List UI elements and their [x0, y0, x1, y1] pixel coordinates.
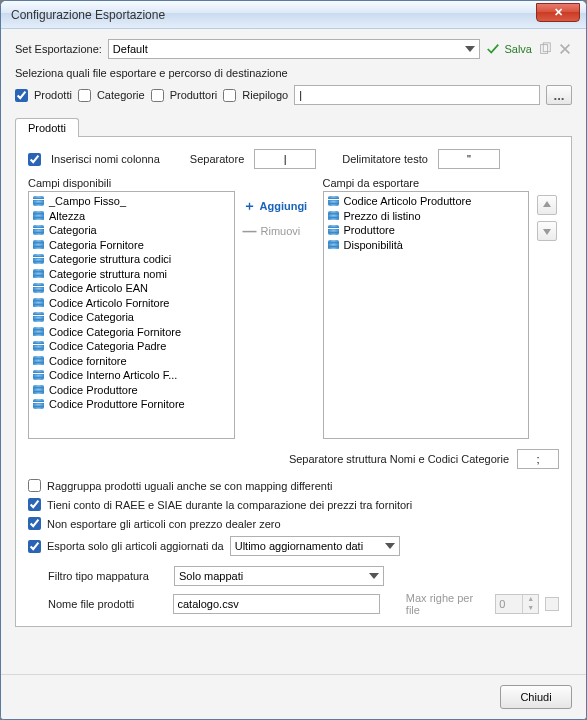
available-fields-label: Campi disponibili — [28, 177, 235, 189]
field-icon — [33, 269, 44, 279]
window-close-button[interactable]: ✕ — [536, 3, 580, 22]
separator-input[interactable] — [254, 149, 316, 169]
chk-insert-column-names[interactable] — [28, 153, 41, 166]
chk-no-dealer-zero[interactable] — [28, 517, 41, 530]
delete-set-button[interactable] — [558, 42, 572, 56]
list-item[interactable]: Codice Interno Articolo F... — [31, 368, 232, 383]
lbl-group-products: Raggruppa prodotti uguali anche se con m… — [47, 480, 332, 492]
close-button[interactable]: Chiudi — [500, 685, 572, 709]
text-delimiter-label: Delimitatore testo — [342, 153, 428, 165]
list-item[interactable]: Codice Categoria Padre — [31, 339, 232, 354]
list-item-label: Categorie struttura nomi — [49, 267, 167, 282]
lbl-prodotti: Prodotti — [34, 89, 72, 101]
chk-prodotti[interactable] — [15, 89, 28, 102]
separator-label: Separatore — [190, 153, 244, 165]
max-rows-enable-checkbox[interactable] — [545, 597, 559, 611]
field-icon — [33, 225, 44, 235]
tab-prodotti[interactable]: Prodotti — [15, 118, 79, 137]
field-icon — [33, 211, 44, 221]
list-item[interactable]: Categorie struttura nomi — [31, 267, 232, 282]
list-item[interactable]: Codice Categoria Fornitore — [31, 325, 232, 340]
file-selection-row: Prodotti Categorie Produttori Riepilogo … — [15, 85, 572, 105]
content-area: Set Esportazione: Default Salva Selezion… — [1, 29, 586, 674]
list-item-label: Categoria Fornitore — [49, 238, 144, 253]
tab-panel-prodotti: Inserisci nomi colonna Separatore Delimi… — [15, 136, 572, 627]
list-item-label: _Campo Fisso_ — [49, 194, 126, 209]
max-rows-spinner: ▲▼ — [495, 594, 539, 614]
field-icon — [328, 211, 339, 221]
list-item-label: Codice Articolo Produttore — [344, 194, 472, 209]
save-set-button[interactable]: Salva — [486, 42, 532, 56]
field-icon — [33, 341, 44, 351]
list-item-label: Altezza — [49, 209, 85, 224]
export-fields-label: Campi da esportare — [323, 177, 530, 189]
copy-set-button[interactable] — [538, 42, 552, 56]
chk-group-products[interactable] — [28, 479, 41, 492]
field-icon — [33, 356, 44, 366]
add-field-button[interactable]: ＋ Aggiungi — [243, 195, 315, 217]
chk-riepilogo[interactable] — [223, 89, 236, 102]
lbl-only-updated: Esporta solo gli articoli aggiornati da — [47, 540, 224, 552]
arrow-down-icon — [542, 226, 552, 236]
export-config-window: Configurazione Esportazione ✕ Set Esport… — [0, 0, 587, 720]
remove-label: Rimuovi — [261, 225, 301, 237]
field-icon — [328, 225, 339, 235]
chk-only-updated[interactable] — [28, 540, 41, 553]
list-item[interactable]: Codice Articolo EAN — [31, 281, 232, 296]
category-separator-input[interactable] — [517, 449, 559, 469]
list-item-label: Codice Interno Articolo F... — [49, 368, 177, 383]
map-filter-select[interactable]: Solo mappati — [174, 566, 384, 586]
field-icon — [33, 327, 44, 337]
destination-path-input[interactable] — [294, 85, 540, 105]
field-icon — [33, 370, 44, 380]
text-delimiter-input[interactable] — [438, 149, 500, 169]
arrow-up-icon — [542, 200, 552, 210]
list-item[interactable]: _Campo Fisso_ — [31, 194, 232, 209]
list-item[interactable]: Codice fornitore — [31, 354, 232, 369]
list-item-label: Categorie struttura codici — [49, 252, 171, 267]
list-item[interactable]: Prezzo di listino — [326, 209, 527, 224]
list-item-label: Prezzo di listino — [344, 209, 421, 224]
list-item-label: Codice Produttore — [49, 383, 138, 398]
check-icon — [486, 42, 500, 56]
field-icon — [33, 196, 44, 206]
field-icon — [33, 254, 44, 264]
move-down-button[interactable] — [537, 221, 557, 241]
list-item[interactable]: Categoria Fornitore — [31, 238, 232, 253]
list-item[interactable]: Disponibilità — [326, 238, 527, 253]
list-item[interactable]: Categoria — [31, 223, 232, 238]
list-item[interactable]: Codice Categoria — [31, 310, 232, 325]
chk-produttori[interactable] — [151, 89, 164, 102]
list-item[interactable]: Codice Produttore — [31, 383, 232, 398]
list-item[interactable]: Produttore — [326, 223, 527, 238]
lbl-categorie: Categorie — [97, 89, 145, 101]
field-icon — [33, 399, 44, 409]
list-item[interactable]: Altezza — [31, 209, 232, 224]
field-icon — [33, 240, 44, 250]
window-title: Configurazione Esportazione — [11, 8, 165, 22]
export-set-select[interactable]: Default — [108, 39, 481, 59]
plus-icon: ＋ — [243, 197, 256, 215]
field-icon — [33, 312, 44, 322]
add-label: Aggiungi — [260, 200, 308, 212]
field-icon — [33, 385, 44, 395]
updated-since-select[interactable]: Ultimo aggiornamento dati — [230, 536, 400, 556]
remove-field-button[interactable]: — Rimuovi — [243, 223, 315, 239]
save-label: Salva — [504, 43, 532, 55]
export-fields-list[interactable]: Codice Articolo ProduttorePrezzo di list… — [323, 191, 530, 439]
list-item-label: Codice Categoria — [49, 310, 134, 325]
filename-input[interactable] — [173, 594, 381, 614]
list-item[interactable]: Codice Produttore Fornitore — [31, 397, 232, 412]
available-fields-list[interactable]: _Campo Fisso_AltezzaCategoriaCategoria F… — [28, 191, 235, 439]
list-item[interactable]: Categorie struttura codici — [31, 252, 232, 267]
category-separator-label: Separatore struttura Nomi e Codici Categ… — [289, 453, 509, 465]
move-up-button[interactable] — [537, 195, 557, 215]
tabbar: Prodotti — [15, 117, 572, 136]
list-item[interactable]: Codice Articolo Produttore — [326, 194, 527, 209]
list-item[interactable]: Codice Articolo Fornitore — [31, 296, 232, 311]
category-separator-row: Separatore struttura Nomi e Codici Categ… — [28, 449, 559, 469]
browse-button[interactable]: ... — [546, 85, 572, 105]
chk-raee-siae[interactable] — [28, 498, 41, 511]
chk-categorie[interactable] — [78, 89, 91, 102]
field-icon — [328, 240, 339, 250]
